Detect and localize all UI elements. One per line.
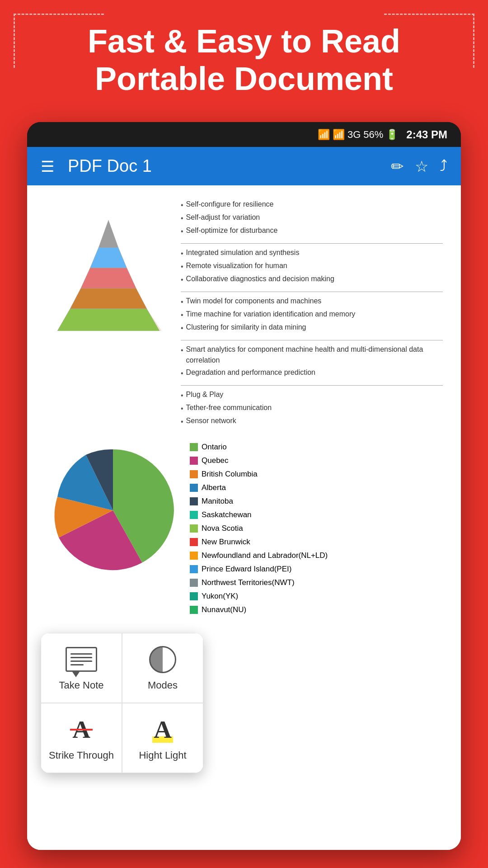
battery-icon: 🔋 (386, 129, 398, 141)
legend-label: British Columbia (202, 470, 258, 479)
legend-item-nova: Nova Scotia (190, 524, 443, 533)
status-bar: 📶 📶 3G 56% 🔋 2:43 PM (27, 122, 461, 147)
strike-through-button[interactable]: A Strike Through (41, 703, 122, 773)
pyramid-level-2: •Integrated simulation and synthesis •Re… (181, 247, 443, 285)
app-bar-actions: ✏ ☆ ⤴ (391, 157, 447, 175)
legend-item-nwt: Northwest Territories(NWT) (190, 578, 443, 587)
wifi-icon: 📶 (333, 129, 345, 141)
hamburger-menu[interactable]: ☰ (41, 157, 54, 175)
pyramid-level-3: •Twin model for components and machines … (181, 296, 443, 334)
page-title: Fast & Easy to Read Portable Document (0, 23, 488, 98)
phone-frame: 📶 📶 3G 56% 🔋 2:43 PM ☰ PDF Doc 1 ✏ ☆ ⤴ (27, 122, 461, 850)
pyramid-diagram (45, 199, 172, 345)
svg-marker-2 (81, 268, 136, 288)
highlight-button[interactable]: A Hight Light (122, 703, 203, 773)
battery-label: 56% (363, 129, 383, 141)
pyramid-level-4: •Smart analytics for component machine h… (181, 344, 443, 379)
legend-label: Nova Scotia (202, 524, 243, 533)
app-bar-title: PDF Doc 1 (68, 156, 377, 176)
legend-label: Alberta (202, 483, 226, 492)
legend-item-ontario: Ontario (190, 443, 443, 452)
svg-marker-0 (57, 309, 160, 331)
popup-menu: Take Note Modes A (41, 633, 203, 773)
highlight-icon: A (145, 715, 181, 744)
svg-marker-4 (99, 220, 118, 247)
legend-label: Quebec (202, 456, 229, 465)
legend-item-manitoba: Manitoba (190, 497, 443, 506)
pyramid-level-1: •Self-configure for resilience •Self-adj… (181, 199, 443, 237)
strikethrough-icon: A (63, 715, 99, 744)
share-icon[interactable]: ⤴ (440, 157, 447, 175)
chart-section: Ontario Quebec British Columbia Alberta (45, 443, 443, 619)
legend-item-nf: Newfoundland and Labrador(NL+LD) (190, 551, 443, 560)
highlight-label: Hight Light (139, 750, 186, 761)
pie-chart (45, 443, 181, 619)
take-note-button[interactable]: Take Note (41, 633, 122, 703)
app-bar: ☰ PDF Doc 1 ✏ ☆ ⤴ (27, 147, 461, 185)
legend-item-alberta: Alberta (190, 483, 443, 492)
legend-item-quebec: Quebec (190, 456, 443, 465)
signal-label: 3G (347, 129, 361, 141)
pyramid-labels: •Self-configure for resilience •Self-adj… (181, 199, 443, 434)
legend-label: Saskatchewan (202, 510, 252, 519)
modes-label: Modes (148, 679, 178, 691)
legend-label: Nunavut(NU) (202, 605, 246, 614)
edit-icon[interactable]: ✏ (391, 157, 404, 175)
legend-item-sask: Saskatchewan (190, 510, 443, 519)
popup-row-top: Take Note Modes (41, 633, 203, 703)
sim-icon: 📶 (318, 129, 330, 141)
modes-icon (145, 645, 181, 674)
pyramid-section: •Self-configure for resilience •Self-adj… (45, 199, 443, 434)
pyramid-level-5: •Plug & Play •Tether-free communication … (181, 389, 443, 427)
legend-label: Ontario (202, 443, 227, 452)
svg-marker-3 (90, 247, 127, 268)
modes-button[interactable]: Modes (122, 633, 203, 703)
svg-marker-1 (70, 288, 146, 309)
legend-label: New Brunwick (202, 538, 250, 547)
legend-item-yukon: Yukon(YK) (190, 592, 443, 601)
legend-item-bc: British Columbia (190, 470, 443, 479)
legend-label: Newfoundland and Labrador(NL+LD) (202, 551, 328, 560)
star-icon[interactable]: ☆ (415, 157, 428, 175)
take-note-label: Take Note (59, 679, 103, 691)
status-icons: 📶 📶 3G 56% 🔋 (318, 129, 398, 141)
legend-item-nunavut: Nunavut(NU) (190, 605, 443, 614)
pdf-content-area: •Self-configure for resilience •Self-adj… (27, 185, 461, 850)
chart-legend: Ontario Quebec British Columbia Alberta (190, 443, 443, 619)
legend-label: Prince Edward Island(PEI) (202, 565, 291, 574)
legend-label: Yukon(YK) (202, 592, 238, 601)
time-display: 2:43 PM (406, 128, 447, 141)
strike-through-label: Strike Through (49, 750, 114, 761)
legend-label: Northwest Territories(NWT) (202, 578, 295, 587)
take-note-icon (63, 645, 99, 674)
legend-item-nb: New Brunwick (190, 538, 443, 547)
legend-item-pei: Prince Edward Island(PEI) (190, 565, 443, 574)
legend-label: Manitoba (202, 497, 233, 506)
popup-row-bottom: A Strike Through A Hight Light (41, 703, 203, 773)
